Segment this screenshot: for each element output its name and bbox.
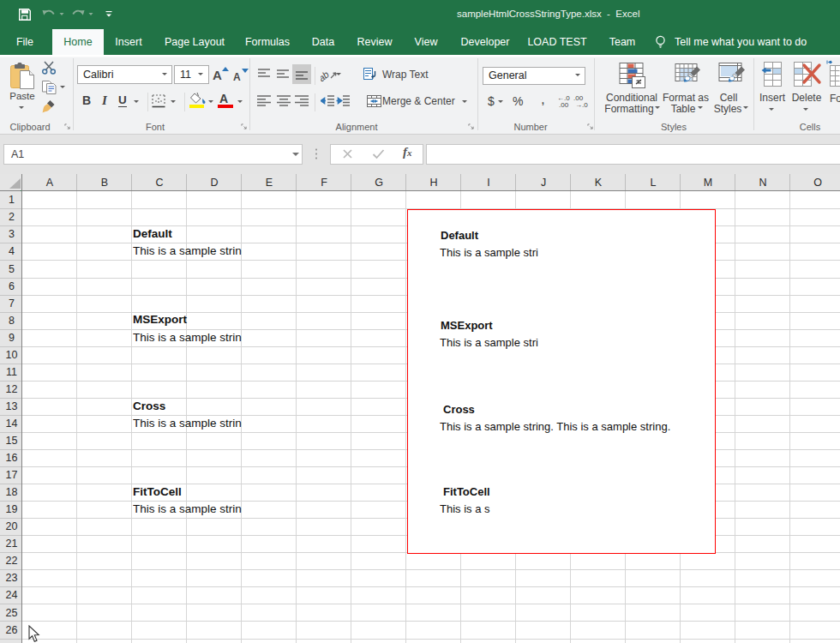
svg-text:ab: ab <box>321 69 331 81</box>
svg-text:→.0: →.0 <box>575 101 588 108</box>
svg-text:.00: .00 <box>559 101 569 108</box>
